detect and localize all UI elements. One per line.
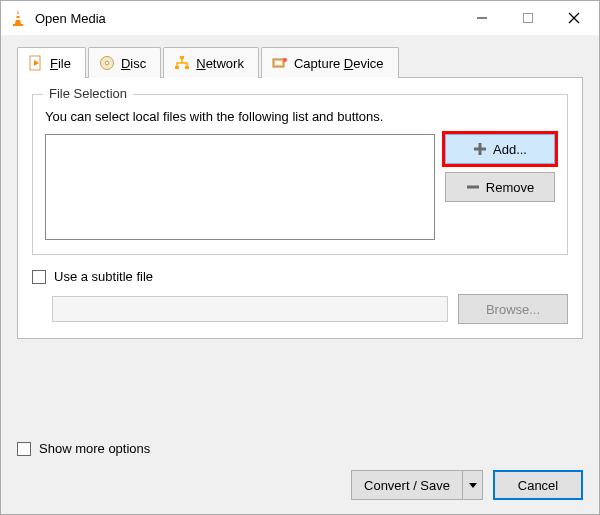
file-selection-legend: File Selection [43,86,133,101]
show-more-options-label: Show more options [39,441,150,456]
maximize-icon [522,12,534,24]
window-title: Open Media [35,11,459,26]
titlebar: Open Media [1,1,599,35]
file-selection-description: You can select local files with the foll… [45,109,555,124]
remove-button[interactable]: Remove [445,172,555,202]
tab-network-label: Network [196,56,244,71]
svg-rect-5 [524,14,533,23]
tab-network[interactable]: Network [163,47,259,78]
svg-rect-20 [467,186,479,189]
tab-disc[interactable]: Disc [88,47,161,78]
file-list[interactable] [45,134,435,240]
svg-point-11 [105,61,109,65]
show-more-options-checkbox[interactable] [17,442,31,456]
svg-rect-13 [175,66,179,69]
subtitle-checkbox[interactable] [32,270,46,284]
maximize-button[interactable] [505,3,551,33]
add-button-label: Add... [493,142,527,157]
network-icon [174,55,190,71]
minimize-icon [476,12,488,24]
cancel-button[interactable]: Cancel [493,470,583,500]
svg-rect-19 [474,148,486,151]
svg-rect-16 [275,61,282,65]
subtitle-path-input [52,296,448,322]
capture-device-icon [272,55,288,71]
svg-marker-21 [469,483,477,488]
minimize-button[interactable] [459,3,505,33]
tab-panel-file: File Selection You can select local file… [17,77,583,339]
close-button[interactable] [551,3,597,33]
remove-button-label: Remove [486,180,534,195]
tab-file[interactable]: File [17,47,86,78]
svg-rect-2 [16,14,20,16]
minus-icon [466,180,480,194]
svg-rect-14 [185,66,189,69]
cancel-button-label: Cancel [518,478,558,493]
close-icon [568,12,580,24]
convert-save-button[interactable]: Convert / Save [351,470,483,500]
tab-disc-label: Disc [121,56,146,71]
file-icon [28,55,44,71]
svg-point-17 [283,58,287,62]
svg-rect-3 [16,18,21,20]
tab-capture-label: Capture Device [294,56,384,71]
file-selection-fieldset: File Selection You can select local file… [32,94,568,255]
dropdown-arrow-icon[interactable] [462,471,482,499]
tab-file-label: File [50,56,71,71]
svg-rect-12 [180,56,184,59]
tabs: File Disc Network Capture Device [17,47,583,78]
convert-save-label: Convert / Save [352,471,462,499]
browse-subtitle-button: Browse... [458,294,568,324]
svg-marker-0 [15,10,21,24]
svg-rect-1 [13,24,23,26]
vlc-cone-icon [9,9,27,27]
tab-capture[interactable]: Capture Device [261,47,399,78]
plus-icon [473,142,487,156]
subtitle-label: Use a subtitle file [54,269,153,284]
add-button[interactable]: Add... [445,134,555,164]
disc-icon [99,55,115,71]
